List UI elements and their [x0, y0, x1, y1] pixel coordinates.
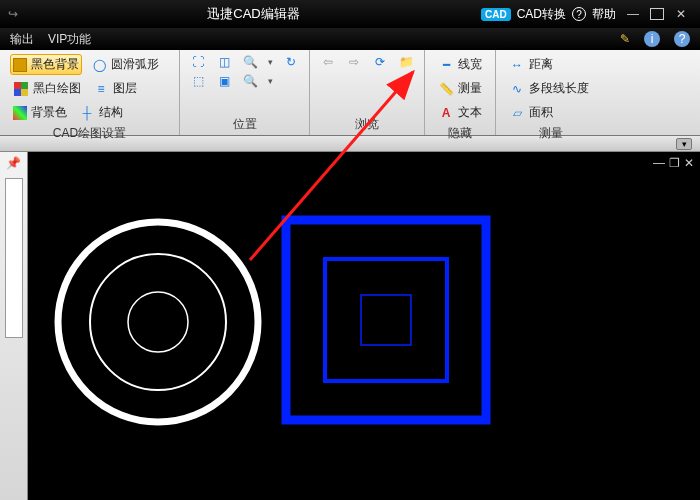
ribbon-group-measure: ↔距离 ∿多段线长度 ▱面积 测量	[496, 50, 606, 135]
distance-button[interactable]: ↔距离	[506, 54, 556, 75]
svg-point-6	[128, 292, 188, 352]
drawing-canvas[interactable]: — ❐ ✕	[28, 152, 700, 500]
square-icon	[13, 58, 27, 72]
ribbon: 黑色背景 ◯圆滑弧形 黑白绘图 ≡图层 背景色 ┼结构 CAD绘图设置 ⛶ ◫ …	[0, 50, 700, 136]
ribbon-group-hide: ━线宽 📏测量 A文本 隐藏	[425, 50, 496, 135]
ruler-icon: 📏	[438, 81, 454, 97]
svg-rect-9	[361, 295, 411, 345]
cad-badge: CAD	[481, 8, 511, 21]
svg-rect-8	[325, 259, 447, 381]
dropdown-icon[interactable]: ▾	[268, 76, 273, 86]
area-icon: ▱	[509, 105, 525, 121]
folder-icon[interactable]: 📁	[398, 54, 414, 70]
text-icon: A	[438, 105, 454, 121]
black-bg-button[interactable]: 黑色背景	[10, 54, 82, 75]
zoom-extents-icon[interactable]: ⛶	[190, 54, 206, 70]
svg-rect-3	[21, 89, 28, 96]
svg-point-4	[58, 222, 258, 422]
canvas-svg	[28, 152, 700, 500]
palette-icon	[13, 81, 29, 97]
layer-button[interactable]: ≡图层	[90, 78, 140, 99]
pin-icon[interactable]: 📌	[6, 156, 21, 170]
maximize-button[interactable]	[650, 8, 664, 20]
chevron-down-icon[interactable]: ▾	[676, 138, 692, 150]
title-bar: ↪ 迅捷CAD编辑器 CAD CAD转换 ? 帮助 — ✕	[0, 0, 700, 28]
zoom-window-icon[interactable]: ◫	[216, 54, 232, 70]
ribbon-group-label: 位置	[190, 116, 299, 133]
refresh-icon[interactable]: ⟳	[372, 54, 388, 70]
redo-icon[interactable]: ↪	[0, 7, 26, 21]
palette-strip[interactable]	[5, 178, 23, 338]
linewidth-button[interactable]: ━线宽	[435, 54, 485, 75]
dropdown-icon[interactable]: ▾	[268, 57, 273, 67]
next-icon[interactable]: ⇨	[346, 54, 362, 70]
canvas-minimize-icon[interactable]: —	[653, 156, 665, 170]
canvas-close-icon[interactable]: ✕	[684, 156, 694, 170]
ribbon-group-browse: ⇦ ⇨ ⟳ 📁 浏览	[310, 50, 425, 135]
fill-icon	[13, 106, 27, 120]
smooth-arc-button[interactable]: ◯圆滑弧形	[88, 54, 162, 75]
svg-rect-1	[21, 82, 28, 89]
edit-icon[interactable]: ✎	[620, 32, 630, 46]
ribbon-group-cad-settings: 黑色背景 ◯圆滑弧形 黑白绘图 ≡图层 背景色 ┼结构 CAD绘图设置	[0, 50, 180, 135]
bgcolor-button[interactable]: 背景色	[10, 102, 70, 123]
fit-icon[interactable]: ▣	[216, 73, 232, 89]
svg-point-5	[90, 254, 226, 390]
side-panel: 📌	[0, 152, 28, 500]
area-button[interactable]: ▱面积	[506, 102, 556, 123]
menu-bar: 输出 VIP功能 ✎ i ?	[0, 28, 700, 50]
distance-icon: ↔	[509, 57, 525, 73]
tree-icon: ┼	[79, 105, 95, 121]
polyline-length-button[interactable]: ∿多段线长度	[506, 78, 592, 99]
ribbon-group-label: 隐藏	[435, 125, 485, 142]
text-button[interactable]: A文本	[435, 102, 485, 123]
struct-button[interactable]: ┼结构	[76, 102, 126, 123]
ribbon-group-label: 测量	[506, 125, 596, 142]
work-area: 📌 — ❐ ✕	[0, 152, 700, 500]
menu-vip[interactable]: VIP功能	[48, 31, 91, 48]
svg-rect-2	[14, 89, 21, 96]
cad-convert-link[interactable]: CAD转换	[517, 6, 566, 23]
zoom-out-icon[interactable]: 🔍	[242, 73, 258, 89]
layer-icon: ≡	[93, 81, 109, 97]
pan-icon[interactable]: ⬚	[190, 73, 206, 89]
minimize-button[interactable]: —	[622, 5, 644, 23]
help-link[interactable]: 帮助	[592, 6, 616, 23]
arc-icon: ◯	[91, 57, 107, 73]
polyline-icon: ∿	[509, 81, 525, 97]
rotate-icon[interactable]: ↻	[283, 54, 299, 70]
help-icon[interactable]: ?	[572, 7, 586, 21]
ribbon-group-position: ⛶ ◫ 🔍 ▾ ↻ ⬚ ▣ 🔍 ▾ 位置	[180, 50, 310, 135]
menu-output[interactable]: 输出	[10, 31, 34, 48]
prev-icon[interactable]: ⇦	[320, 54, 336, 70]
svg-rect-7	[286, 220, 486, 420]
zoom-in-icon[interactable]: 🔍	[242, 54, 258, 70]
svg-rect-0	[14, 82, 21, 89]
measure-button[interactable]: 📏测量	[435, 78, 485, 99]
help-circle-icon[interactable]: ?	[674, 31, 690, 47]
linewidth-icon: ━	[438, 57, 454, 73]
info-icon[interactable]: i	[644, 31, 660, 47]
close-button[interactable]: ✕	[670, 5, 692, 23]
bw-draw-button[interactable]: 黑白绘图	[10, 78, 84, 99]
canvas-restore-icon[interactable]: ❐	[669, 156, 680, 170]
app-title: 迅捷CAD编辑器	[26, 5, 481, 23]
ribbon-group-label: 浏览	[320, 116, 414, 133]
ribbon-group-label: CAD绘图设置	[10, 125, 169, 142]
